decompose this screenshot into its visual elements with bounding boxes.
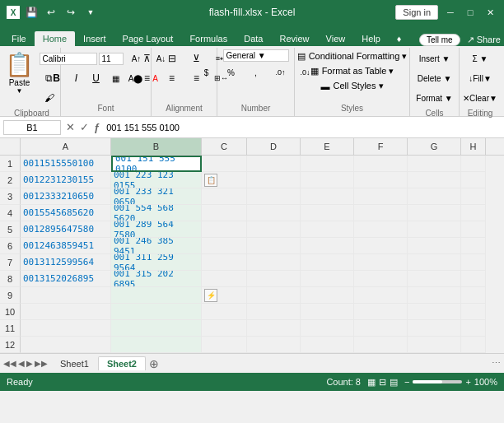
cell-d6[interactable]	[247, 238, 301, 254]
cell-h10[interactable]	[461, 304, 486, 320]
sign-in-button[interactable]: Sign in	[395, 5, 438, 20]
qa-dropdown-btn[interactable]: ▼	[82, 4, 99, 21]
cell-h1[interactable]	[461, 156, 486, 172]
tab-lightbulb[interactable]: ♦	[389, 31, 410, 46]
cell-e7[interactable]	[301, 254, 354, 271]
cell-c9[interactable]: ⚡	[202, 287, 247, 304]
cell-g11[interactable]	[408, 320, 461, 337]
tab-page-layout[interactable]: Page Layout	[114, 31, 182, 46]
cell-c7[interactable]	[202, 254, 247, 271]
cell-d7[interactable]	[247, 254, 301, 271]
restore-button[interactable]: □	[463, 5, 478, 20]
cell-e2[interactable]	[301, 172, 354, 188]
zoom-out-btn[interactable]: −	[404, 377, 409, 387]
cell-d12[interactable]	[247, 337, 301, 353]
cell-g10[interactable]	[408, 304, 461, 320]
cell-g6[interactable]	[408, 238, 461, 254]
cell-g3[interactable]	[408, 188, 461, 205]
row-header-4[interactable]: 4	[0, 205, 21, 221]
tab-nav-first[interactable]: ◀◀	[3, 359, 16, 368]
row-header-10[interactable]: 10	[0, 304, 21, 320]
conditional-formatting-btn[interactable]: ▤ Conditional Formatting ▾	[294, 49, 411, 63]
cell-a9[interactable]	[21, 287, 111, 304]
cell-f2[interactable]	[354, 172, 408, 188]
row-header-6[interactable]: 6	[0, 238, 21, 254]
cell-f9[interactable]	[354, 287, 408, 304]
cell-c2[interactable]: 📋	[202, 172, 247, 188]
cell-e6[interactable]	[301, 238, 354, 254]
paste-options-icon[interactable]: 📋	[204, 174, 217, 187]
cell-g4[interactable]	[408, 205, 461, 221]
font-name-input[interactable]	[40, 53, 97, 65]
align-center-btn[interactable]: ≡	[161, 69, 184, 87]
cell-c4[interactable]	[202, 205, 247, 221]
currency-btn[interactable]: $	[195, 63, 218, 81]
cell-f6[interactable]	[354, 238, 408, 254]
cell-g5[interactable]	[408, 221, 461, 238]
cell-b8[interactable]: 001 315 202 6895	[111, 271, 202, 287]
format-painter-button[interactable]: 🖌	[38, 89, 61, 107]
zoom-in-btn[interactable]: +	[465, 377, 470, 387]
cell-a1[interactable]: 0011515550100	[21, 156, 111, 172]
cell-d8[interactable]	[247, 271, 301, 287]
cell-h8[interactable]	[461, 271, 486, 287]
tab-nav-next[interactable]: ▶	[26, 359, 33, 368]
cell-h12[interactable]	[461, 337, 486, 353]
cell-g9[interactable]	[408, 287, 461, 304]
cell-b6[interactable]: 001 246 385 9451	[111, 238, 202, 254]
tab-help[interactable]: Help	[353, 31, 389, 46]
font-size-input[interactable]	[99, 53, 124, 65]
formula-input[interactable]	[105, 121, 501, 134]
format-as-table-btn[interactable]: ▦ Format as Table ▾	[307, 64, 398, 78]
paste-dropdown[interactable]: ▼	[16, 87, 23, 95]
col-header-c[interactable]: C	[202, 138, 247, 155]
cell-a5[interactable]: 0012895647580	[21, 221, 111, 238]
cell-b7[interactable]: 001 311 259 9564	[111, 254, 202, 271]
cell-g12[interactable]	[408, 337, 461, 353]
cell-c6[interactable]	[202, 238, 247, 254]
tab-insert[interactable]: Insert	[75, 31, 114, 46]
zoom-slider[interactable]	[413, 380, 462, 383]
comma-btn[interactable]: ,	[245, 63, 268, 81]
tab-data[interactable]: Data	[236, 31, 271, 46]
percent-btn[interactable]: %	[220, 63, 243, 81]
cell-e8[interactable]	[301, 271, 354, 287]
cell-g7[interactable]	[408, 254, 461, 271]
cell-h6[interactable]	[461, 238, 486, 254]
cell-f1[interactable]	[354, 156, 408, 172]
cell-b1[interactable]: 001 151 555 0100	[111, 156, 202, 172]
border-button[interactable]: ▦	[107, 69, 125, 87]
insert-cells-btn[interactable]: Insert ▼	[414, 49, 455, 67]
format-cells-btn[interactable]: Format ▼	[414, 89, 455, 107]
number-format-dropdown[interactable]: General ▼	[223, 49, 289, 62]
row-header-11[interactable]: 11	[0, 320, 21, 337]
cell-g2[interactable]	[408, 172, 461, 188]
cell-a12[interactable]	[21, 337, 111, 353]
cell-b4[interactable]: 001 554 568 5620	[111, 205, 202, 221]
paste-button[interactable]: 📋 Paste ▼	[3, 49, 36, 107]
cell-a2[interactable]: 0012231230155	[21, 172, 111, 188]
align-left-btn[interactable]: ≡	[136, 69, 159, 87]
cell-e4[interactable]	[301, 205, 354, 221]
cell-f7[interactable]	[354, 254, 408, 271]
save-quick-btn[interactable]: 💾	[23, 4, 40, 21]
cell-e3[interactable]	[301, 188, 354, 205]
cell-g1[interactable]	[408, 156, 461, 172]
cell-f12[interactable]	[354, 337, 408, 353]
cell-a6[interactable]: 0012463859451	[21, 238, 111, 254]
cell-c5[interactable]	[202, 221, 247, 238]
confirm-formula-icon[interactable]: ✓	[78, 121, 91, 133]
cell-a8[interactable]: 0013152026895	[21, 271, 111, 287]
cell-h2[interactable]	[461, 172, 486, 188]
cell-c3[interactable]	[202, 188, 247, 205]
delete-cells-btn[interactable]: Delete ▼	[414, 69, 455, 87]
add-sheet-button[interactable]: ⊕	[149, 357, 159, 370]
cell-a4[interactable]: 0015545685620	[21, 205, 111, 221]
col-header-a[interactable]: A	[21, 138, 111, 155]
bold-button[interactable]: B	[48, 69, 66, 87]
cell-h4[interactable]	[461, 205, 486, 221]
cell-d11[interactable]	[247, 320, 301, 337]
tab-view[interactable]: View	[318, 31, 354, 46]
cell-f11[interactable]	[354, 320, 408, 337]
row-header-9[interactable]: 9	[0, 287, 21, 304]
